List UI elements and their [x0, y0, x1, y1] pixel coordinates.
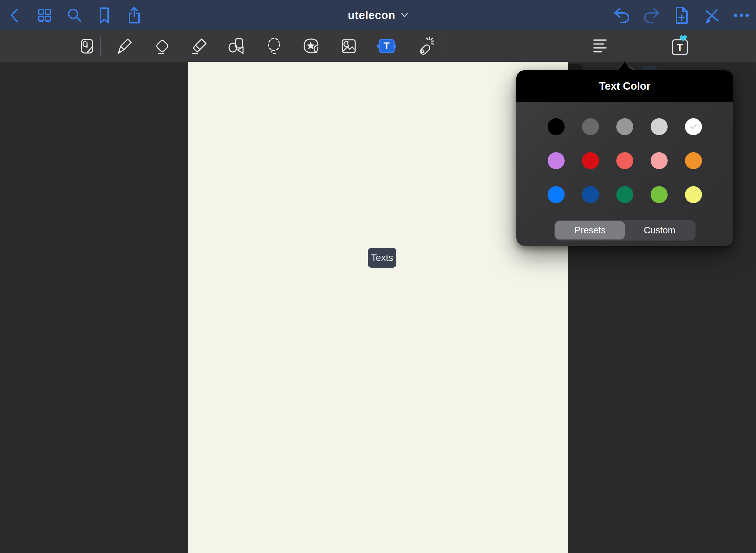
color-swatch-orange[interactable] — [685, 152, 702, 169]
color-swatch-red[interactable] — [582, 152, 599, 169]
color-swatch-pink[interactable] — [651, 152, 668, 169]
undo-icon[interactable] — [609, 0, 634, 30]
eraser-tool[interactable] — [149, 30, 176, 62]
text-tool-active-chip: T — [379, 39, 395, 53]
color-swatch-green[interactable] — [616, 186, 633, 203]
text-handle-right — [393, 44, 396, 48]
swatch-grid — [516, 102, 733, 203]
color-swatch-blue[interactable] — [548, 186, 565, 203]
text-object-label: Texts — [371, 252, 393, 263]
document-title-label: utelecon — [348, 9, 395, 22]
top-navigation-bar: utelecon — [0, 0, 756, 30]
tools-toolbar: T HiraginoSans-... 16 — [0, 30, 756, 62]
highlighter-tool[interactable] — [186, 30, 213, 62]
pan-mode-tool[interactable] — [73, 30, 100, 62]
add-page-icon[interactable] — [669, 0, 694, 30]
color-swatch-dark-blue[interactable] — [582, 186, 599, 203]
toolbar-divider — [100, 36, 101, 56]
text-tool[interactable]: T — [373, 30, 400, 62]
title-chevron-down-icon — [401, 13, 408, 18]
align-left-icon — [593, 39, 607, 54]
color-swatch-light-green[interactable] — [651, 186, 668, 203]
color-swatch-white[interactable] — [685, 118, 702, 135]
shapes-tool[interactable] — [223, 30, 250, 62]
note-page-canvas[interactable]: Texts — [188, 62, 568, 553]
more-icon[interactable] — [729, 0, 754, 30]
color-swatch-gray[interactable] — [616, 118, 633, 135]
text-align-button[interactable] — [586, 30, 614, 62]
toolbar-divider — [446, 36, 446, 56]
text-handle-left — [377, 44, 380, 48]
popover-header: Text Color — [516, 70, 733, 102]
text-object[interactable]: Texts — [368, 248, 396, 268]
popup-tabs: PresetsCustom — [554, 220, 695, 240]
lasso-tool[interactable] — [260, 30, 288, 62]
svg-text:T: T — [677, 41, 683, 53]
color-swatch-yellow[interactable] — [685, 186, 702, 203]
favorite-text-style-button[interactable]: T — [667, 30, 694, 62]
popover-title: Text Color — [599, 80, 651, 92]
popover-arrow — [614, 61, 636, 71]
color-swatch-coral[interactable] — [616, 152, 633, 169]
laser-pointer-tool[interactable] — [411, 30, 439, 62]
sticker-tool[interactable] — [298, 30, 325, 62]
stylus-toggle-icon[interactable] — [699, 0, 724, 30]
text-color-popover: Text Color PresetsCustom — [516, 70, 733, 246]
tab-custom[interactable]: Custom — [625, 221, 694, 239]
text-style-heart-icon: T — [670, 35, 691, 57]
pen-tool[interactable] — [111, 30, 138, 62]
color-swatch-black[interactable] — [548, 118, 565, 135]
color-swatch-orchid[interactable] — [548, 152, 565, 169]
image-tool[interactable] — [335, 30, 362, 62]
app-window: utelecon — [0, 0, 756, 553]
tab-presets[interactable]: Presets — [555, 221, 625, 239]
color-swatch-dark-gray[interactable] — [582, 118, 599, 135]
redo-icon[interactable] — [639, 0, 664, 30]
color-swatch-light-gray[interactable] — [651, 118, 668, 135]
